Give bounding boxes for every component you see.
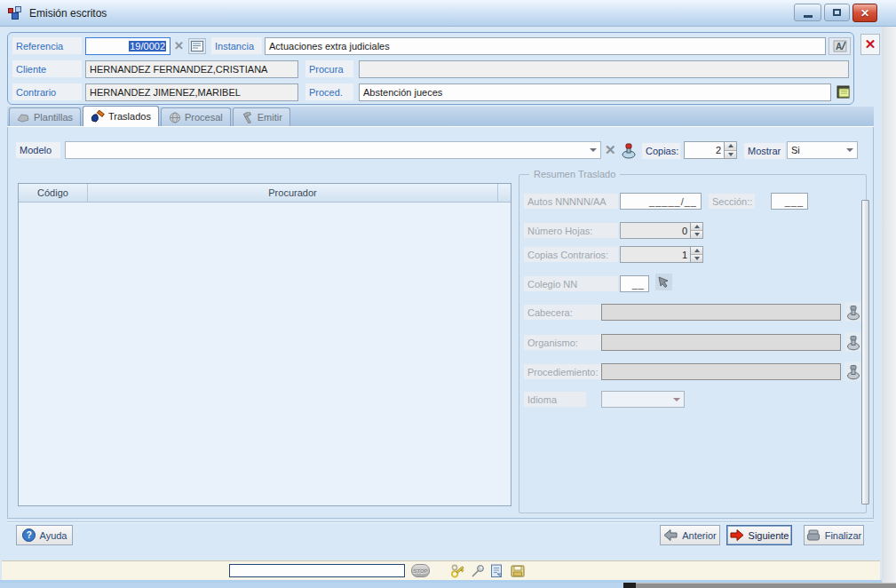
referencia-input[interactable]: 19/0002 xyxy=(85,37,170,55)
copias-value[interactable]: 2 xyxy=(684,141,725,159)
procura-input[interactable] xyxy=(359,60,849,78)
svg-text:?: ? xyxy=(26,530,31,540)
proced-folder-button[interactable] xyxy=(834,82,853,101)
procesal-icon xyxy=(169,112,181,123)
help-icon: ? xyxy=(22,528,36,542)
numero-hojas-value[interactable]: 0 xyxy=(620,222,691,239)
save-button[interactable] xyxy=(510,563,526,579)
idioma-combobox[interactable] xyxy=(601,391,685,408)
up-arrow-icon xyxy=(694,225,700,228)
organismo-stamp-button[interactable] xyxy=(844,332,862,352)
proced-input[interactable]: Abstención jueces xyxy=(359,83,831,101)
autos-label: Autos NNNNN/AA xyxy=(524,194,618,209)
numero-hojas-up-button[interactable] xyxy=(691,223,702,230)
right-margin xyxy=(882,27,896,583)
column-header-procurador[interactable]: Procurador xyxy=(88,184,498,202)
numero-hojas-down-button[interactable] xyxy=(691,230,702,238)
window-title: Emisión escritos xyxy=(29,7,107,20)
finalizar-button[interactable]: Finalizar xyxy=(804,525,864,545)
minimize-button[interactable] xyxy=(794,4,821,21)
chevron-down-icon xyxy=(590,148,597,152)
title-bar: Emisión escritos ✕ xyxy=(0,0,896,27)
instancia-sort-button[interactable]: A xyxy=(829,37,851,55)
cliente-input[interactable]: HERNANDEZ FERNANDEZ,CRISTIANA xyxy=(85,60,298,78)
mostrar-combobox[interactable]: Si xyxy=(787,141,858,159)
traslados-icon xyxy=(91,110,105,123)
modelo-label: Modelo xyxy=(16,142,60,158)
copias-up-button[interactable] xyxy=(725,142,736,150)
svg-text:A: A xyxy=(836,42,842,52)
copias-down-button[interactable] xyxy=(725,150,736,159)
autos-input[interactable]: _____/__ xyxy=(620,193,702,210)
copias-contrarios-value[interactable]: 1 xyxy=(620,246,691,263)
mostrar-value: Si xyxy=(791,145,800,155)
tab-procesal[interactable]: Procesal xyxy=(161,107,231,126)
referencia-note-button[interactable] xyxy=(188,38,206,54)
column-header-extra[interactable] xyxy=(498,184,511,202)
pin-icon xyxy=(470,563,486,579)
cabecera-input[interactable] xyxy=(601,304,841,321)
instancia-input[interactable]: Actuaciones extra judiciales xyxy=(265,37,826,55)
colegio-pick-button[interactable] xyxy=(655,274,672,290)
arrow-left-icon xyxy=(663,528,678,542)
taskbar-fragment-gray xyxy=(636,583,896,588)
copias-contrarios-down-button[interactable] xyxy=(691,254,702,262)
numero-hojas-spinner: 0 xyxy=(620,222,703,239)
keys-button[interactable] xyxy=(449,563,467,579)
cabecera-stamp-button[interactable] xyxy=(844,302,862,322)
stamp-gray-icon xyxy=(846,304,860,321)
modelo-combobox[interactable] xyxy=(65,141,601,159)
referencia-clear-icon[interactable]: ✕ xyxy=(174,39,184,52)
organismo-input[interactable] xyxy=(601,334,841,351)
ayuda-label: Ayuda xyxy=(40,530,67,541)
column-header-codigo[interactable]: Código xyxy=(19,184,88,202)
pick-arrow-icon xyxy=(658,276,670,288)
close-button[interactable]: ✕ xyxy=(852,4,877,22)
bottom-strip xyxy=(0,583,896,588)
contrario-label: Contrario xyxy=(12,83,82,100)
tab-emitir[interactable]: Emitir xyxy=(233,107,290,126)
procedimiento-stamp-button[interactable] xyxy=(844,362,862,381)
up-arrow-icon xyxy=(728,144,733,147)
colegio-input[interactable]: __ xyxy=(620,275,649,292)
notepad-button[interactable] xyxy=(489,563,504,579)
referencia-label: Referencia xyxy=(12,37,82,54)
siguiente-button[interactable]: Siguiente xyxy=(726,525,792,545)
modelo-stamp-button[interactable] xyxy=(619,140,638,160)
disk-icon xyxy=(510,563,526,579)
mostrar-label: Mostrar xyxy=(744,143,785,159)
notepad-icon xyxy=(489,563,504,579)
tab-traslados[interactable]: Traslados xyxy=(83,106,159,126)
tab-plantillas-label: Plantillas xyxy=(34,112,73,123)
tab-plantillas[interactable]: Plantillas xyxy=(9,107,81,126)
stop-button[interactable]: STOP xyxy=(411,564,430,577)
copias-spinner: 2 xyxy=(684,141,737,159)
seccion-input[interactable]: ___ xyxy=(771,193,808,210)
cancel-header-button[interactable]: ✕ xyxy=(860,34,880,55)
procedimiento-input[interactable] xyxy=(601,363,841,380)
modelo-clear-icon[interactable]: ✕ xyxy=(605,142,616,158)
referencia-selected-text: 19/0002 xyxy=(129,41,166,52)
idioma-label: Idioma xyxy=(524,392,586,407)
procura-label: Procura xyxy=(305,60,353,77)
arrow-right-icon xyxy=(730,528,744,542)
pin-button[interactable] xyxy=(470,563,486,579)
taskbar-fragment-dark xyxy=(623,583,636,588)
resumen-scrollbar[interactable] xyxy=(861,200,869,505)
footer-divider xyxy=(7,521,874,522)
numero-hojas-label: Número Hojas: xyxy=(524,223,618,238)
finalizar-label: Finalizar xyxy=(825,530,862,541)
tab-procesal-label: Procesal xyxy=(185,112,223,123)
copias-contrarios-spinner: 1 xyxy=(620,246,703,263)
anterior-button[interactable]: Anterior xyxy=(660,525,720,545)
finalizar-icon xyxy=(806,529,821,542)
copias-contrarios-up-button[interactable] xyxy=(691,247,702,254)
restore-button[interactable] xyxy=(824,4,850,21)
tab-traslados-label: Traslados xyxy=(108,111,151,122)
cliente-label: Cliente xyxy=(12,60,82,77)
contrario-input[interactable]: HERNANDEZ JIMENEZ,MARIBEL xyxy=(85,83,298,101)
ayuda-button[interactable]: ? Ayuda xyxy=(16,525,73,545)
procedimiento-label: Procediemiento: xyxy=(524,364,609,379)
tab-emitir-label: Emitir xyxy=(258,112,282,123)
cabecera-label: Cabecera: xyxy=(524,305,604,320)
